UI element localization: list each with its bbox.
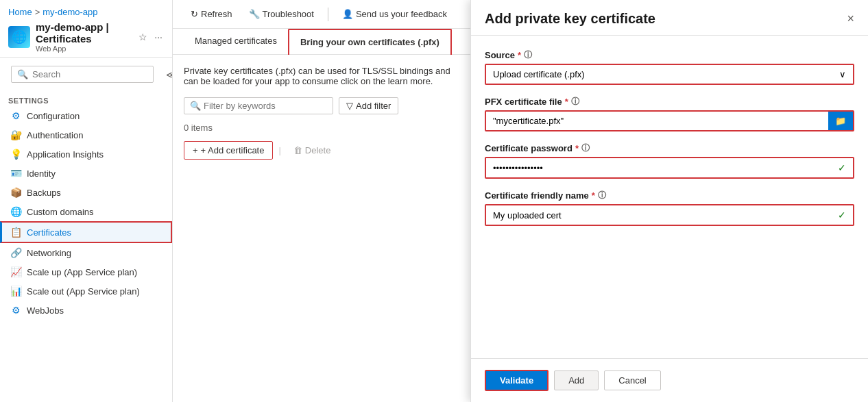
- sidebar-item-label-webjobs: WebJobs: [27, 305, 64, 316]
- collapse-sidebar-button[interactable]: ≪: [163, 68, 173, 81]
- filter-input[interactable]: [204, 101, 327, 111]
- cert-password-label-text: Certificate password: [485, 143, 572, 153]
- sidebar-item-label-backups: Backups: [27, 188, 61, 198]
- sidebar-item-configuration[interactable]: ⚙ Configuration: [0, 106, 172, 125]
- sidebar: Home > my-demo-app 🌐 my-demo-app | Certi…: [0, 0, 173, 402]
- add-filter-button[interactable]: ▽ Add filter: [339, 97, 398, 114]
- delete-label: Delete: [305, 145, 331, 155]
- pfx-file-browse-button[interactable]: 📁: [828, 112, 853, 130]
- troubleshoot-icon: 🔧: [249, 9, 260, 19]
- application-insights-icon: 💡: [10, 149, 21, 160]
- tab-own-label: Bring your own certificates (.pfx): [300, 37, 439, 47]
- breadcrumb-separator: >: [35, 7, 40, 17]
- sidebar-item-application-insights[interactable]: 💡 Application Insights: [0, 145, 172, 164]
- filter-search-icon: 🔍: [190, 101, 201, 111]
- breadcrumb-home[interactable]: Home: [8, 7, 32, 17]
- add-cert-label: + Add certificate: [201, 145, 265, 155]
- sidebar-item-label-networking: Networking: [27, 248, 71, 258]
- add-certificate-panel: Add private key certificate × Source * ⓘ…: [470, 0, 868, 402]
- panel-close-button[interactable]: ×: [847, 12, 854, 26]
- sidebar-item-certificates[interactable]: 📋 Certificates: [0, 221, 172, 243]
- sidebar-nav: ⚙ Configuration 🔐 Authentication 💡 Appli…: [0, 106, 172, 320]
- source-label-text: Source: [485, 50, 515, 60]
- panel-header: Add private key certificate ×: [471, 0, 868, 36]
- panel-footer: Validate Add Cancel: [471, 358, 868, 402]
- delete-icon: 🗑: [293, 145, 302, 155]
- sidebar-item-label-scale-out: Scale out (App Service plan): [27, 286, 140, 297]
- cert-password-input[interactable]: [486, 159, 831, 177]
- friendly-name-check-icon: ✓: [831, 205, 853, 225]
- cert-password-info-icon[interactable]: ⓘ: [581, 142, 590, 154]
- settings-section-label: Settings: [0, 91, 172, 106]
- search-box: 🔍: [11, 66, 154, 83]
- add-cert-icon: +: [193, 145, 198, 155]
- description: Private key certificates (.pfx) can be u…: [184, 66, 458, 86]
- cert-password-input-row: ✓: [485, 157, 854, 179]
- toolbar-separator: [328, 8, 328, 21]
- search-icon: 🔍: [17, 69, 28, 79]
- friendly-name-label: Certificate friendly name * ⓘ: [485, 190, 854, 201]
- source-select-value: Upload certificate (.pfx): [493, 69, 585, 79]
- friendly-name-input[interactable]: [486, 206, 831, 225]
- delete-button[interactable]: 🗑 Delete: [287, 142, 338, 159]
- search-input[interactable]: [32, 69, 147, 79]
- add-button[interactable]: Add: [554, 370, 599, 390]
- cert-password-field-group: Certificate password * ⓘ ✓: [485, 142, 854, 179]
- authentication-icon: 🔐: [10, 129, 21, 140]
- friendly-name-field-group: Certificate friendly name * ⓘ ✓: [485, 190, 854, 226]
- sidebar-item-scale-out[interactable]: 📊 Scale out (App Service plan): [0, 281, 172, 301]
- validate-button[interactable]: Validate: [485, 370, 548, 391]
- pfx-file-label: PFX certificate file * ⓘ: [485, 96, 854, 108]
- sidebar-item-custom-domains[interactable]: 🌐 Custom domains: [0, 202, 172, 221]
- identity-icon: 🪪: [10, 168, 21, 179]
- more-button[interactable]: ···: [153, 30, 164, 44]
- sidebar-item-label-certificates: Certificates: [27, 227, 71, 238]
- add-filter-label: Add filter: [356, 101, 391, 111]
- webjobs-icon: ⚙: [10, 305, 21, 316]
- source-select[interactable]: Upload certificate (.pfx) ∨: [485, 64, 854, 85]
- sidebar-item-backups[interactable]: 📦 Backups: [0, 183, 172, 202]
- app-icon: 🌐: [8, 26, 30, 48]
- feedback-button[interactable]: 👤 Send us your feedback: [335, 5, 454, 23]
- sidebar-item-label-authentication: Authentication: [27, 130, 83, 140]
- filter-input-wrapper: 🔍: [184, 97, 333, 114]
- tab-own-certificates[interactable]: Bring your own certificates (.pfx): [288, 29, 452, 55]
- sidebar-item-webjobs[interactable]: ⚙ WebJobs: [0, 301, 172, 320]
- custom-domains-icon: 🌐: [10, 206, 21, 217]
- troubleshoot-button[interactable]: 🔧 Troubleshoot: [242, 5, 321, 23]
- sidebar-item-authentication[interactable]: 🔐 Authentication: [0, 125, 172, 145]
- panel-body: Source * ⓘ Upload certificate (.pfx) ∨ P…: [471, 36, 868, 358]
- source-required: *: [518, 50, 521, 60]
- source-dropdown-icon: ∨: [839, 69, 846, 79]
- breadcrumb-app[interactable]: my-demo-app: [43, 7, 97, 17]
- friendly-name-info-icon[interactable]: ⓘ: [598, 190, 606, 201]
- pfx-file-required: *: [565, 97, 568, 107]
- pfx-file-input-row: 📁: [485, 110, 854, 131]
- source-info-icon[interactable]: ⓘ: [524, 49, 532, 61]
- refresh-button[interactable]: ↻ Refresh: [184, 5, 239, 23]
- pfx-file-input[interactable]: [486, 112, 828, 130]
- pfx-file-info-icon[interactable]: ⓘ: [571, 96, 579, 108]
- sidebar-item-identity[interactable]: 🪪 Identity: [0, 164, 172, 183]
- friendly-name-label-text: Certificate friendly name: [485, 190, 589, 201]
- backups-icon: 📦: [10, 187, 21, 198]
- refresh-icon: ↻: [191, 9, 198, 19]
- certificates-icon: 📋: [10, 227, 21, 238]
- sidebar-item-label-configuration: Configuration: [27, 111, 80, 121]
- app-subtitle: Web App: [36, 45, 132, 53]
- tab-managed-label: Managed certificates: [195, 36, 277, 46]
- troubleshoot-label: Troubleshoot: [263, 9, 314, 19]
- tab-managed-certificates[interactable]: Managed certificates: [184, 29, 288, 54]
- add-certificate-button[interactable]: + + Add certificate: [184, 141, 273, 160]
- friendly-name-required: *: [592, 190, 595, 201]
- sidebar-item-networking[interactable]: 🔗 Networking: [0, 243, 172, 262]
- sidebar-item-scale-up[interactable]: 📈 Scale up (App Service plan): [0, 262, 172, 281]
- cert-password-check-icon: ✓: [831, 158, 853, 177]
- panel-title: Add private key certificate: [485, 11, 655, 27]
- favorite-button[interactable]: ☆: [137, 30, 149, 44]
- main-content: ↻ Refresh 🔧 Troubleshoot 👤 Send us your …: [173, 0, 868, 402]
- cancel-button[interactable]: Cancel: [604, 370, 660, 390]
- pfx-file-label-text: PFX certificate file: [485, 97, 562, 107]
- breadcrumb: Home > my-demo-app: [8, 7, 164, 17]
- sidebar-item-label-identity: Identity: [27, 168, 56, 179]
